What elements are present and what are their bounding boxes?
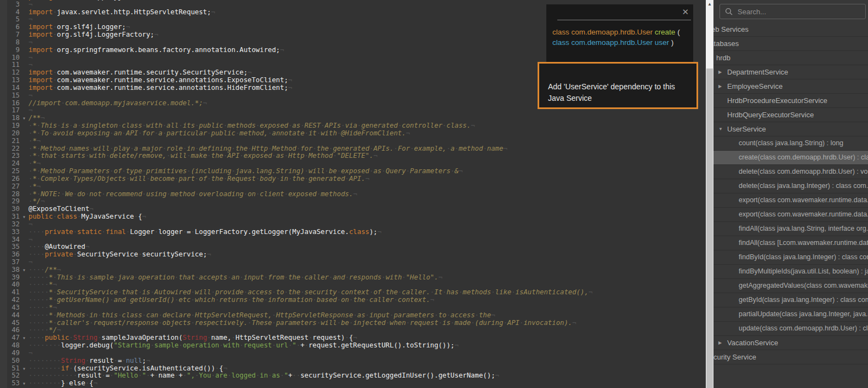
tree-item-getbyid[interactable]: getById(class java.lang.Integer) : class…: [713, 293, 868, 307]
scroll-up-icon[interactable]: ▲: [706, 1, 713, 8]
code-line[interactable]: 50········String·result·=·null;¬: [0, 357, 592, 365]
code-line[interactable]: 17¬: [0, 107, 592, 115]
fold-arrow-icon[interactable]: ▾: [20, 266, 28, 274]
code-line[interactable]: 37¬: [0, 259, 592, 266]
tree-item-label: getAggregatedValues(class com.wavemaker: [739, 282, 868, 289]
code-line[interactable]: 39·····*·This·is·sample·java·operation·t…: [0, 274, 592, 282]
code-line[interactable]: 26·*·Complex·Types/Objects·will·become·p…: [0, 175, 592, 183]
code-line[interactable]: 40·····*¬: [0, 281, 592, 289]
tree-item-delete[interactable]: delete(class java.lang.Integer) : class …: [713, 179, 868, 193]
code-line[interactable]: 35····@Autowired¬: [0, 243, 592, 251]
line-number: 39: [0, 274, 20, 282]
fold-arrow-icon[interactable]: ▾: [20, 380, 28, 387]
code-line[interactable]: 29·*/¬: [0, 198, 592, 206]
tree-item-getaggregatedvalues[interactable]: getAggregatedValues(class com.wavemaker: [713, 279, 868, 293]
fold-arrow-icon[interactable]: ▾: [20, 334, 28, 342]
code-line[interactable]: 31▾public·class·MyJavaService·{¬: [0, 213, 592, 221]
chevron-down-icon[interactable]: ▼: [718, 122, 723, 136]
code-line[interactable]: 8¬: [0, 39, 592, 47]
tree-item-create[interactable]: create(class com.demoapp.hrdb.User) : cl…: [713, 151, 868, 165]
code-line[interactable]: 23·*·that·starts·with·delete/remove,·wil…: [0, 152, 592, 160]
tree-item-update[interactable]: update(class com.demoapp.hrdb.User) : cl…: [713, 322, 868, 336]
search-box[interactable]: [719, 4, 866, 19]
code-line[interactable]: 4import·javax.servlet.http.HttpServletRe…: [0, 9, 592, 16]
code-line[interactable]: 14import·com.wavemaker.runtime.service.a…: [0, 84, 592, 92]
tree-item-web-services[interactable]: Web Services: [713, 22, 868, 37]
code-line[interactable]: 41·····*·SecurityService·that·is·Autowir…: [0, 289, 592, 296]
line-number: 12: [0, 69, 20, 77]
tree-item-findall[interactable]: findAll(class [Lcom.wavemaker.runtime.da…: [713, 236, 868, 250]
code-line[interactable]: 5¬: [0, 16, 592, 24]
editor-scrollbar[interactable]: ▲: [706, 0, 713, 388]
signature-line: class com.demoapp.hrdb.User create (: [552, 27, 680, 37]
tree-item-export[interactable]: export(class com.wavemaker.runtime.data.…: [713, 193, 868, 208]
code-line[interactable]: 30@ExposeToClient¬: [0, 206, 592, 213]
code-line[interactable]: 15¬: [0, 92, 592, 100]
code-line[interactable]: 43·····*¬: [0, 304, 592, 312]
fold-arrow-icon[interactable]: ▾: [20, 213, 28, 221]
code-line[interactable]: 53▾········}·else·{¬: [0, 380, 592, 387]
tree-item-findbyid[interactable]: findById(class java.lang.Integer) : clas…: [713, 250, 868, 265]
close-icon[interactable]: ✕: [682, 8, 689, 16]
chevron-right-icon[interactable]: ▶: [718, 79, 722, 93]
method-signature: class com.demoapp.hrdb.User create ( cla…: [552, 27, 680, 48]
code-line[interactable]: 52············result·=·"Hello·"·+·name·+…: [0, 372, 592, 380]
code-line[interactable]: 22·*·Method·names·will·play·a·major·role…: [0, 145, 592, 153]
tree-item-count[interactable]: count(class java.lang.String) : long: [713, 136, 868, 151]
code-line[interactable]: 12import·com.wavemaker.runtime.security.…: [0, 69, 592, 77]
line-number: 44: [0, 312, 20, 319]
tree-item-departmentservice[interactable]: ▶DepartmentService: [713, 65, 868, 79]
scrollbar-thumb[interactable]: [706, 69, 713, 388]
tree-item-userservice[interactable]: ▼UserService: [713, 122, 868, 136]
search-input[interactable]: [736, 7, 865, 16]
code-line[interactable]: 13import·com.wavemaker.runtime.service.a…: [0, 77, 592, 84]
tree-item-delete[interactable]: delete(class com.demoapp.hrdb.User) : vo…: [713, 165, 868, 179]
code-line[interactable]: 19·*·This·is·a·singleton·class·with·all·…: [0, 122, 592, 130]
code-line[interactable]: 38▾····/**¬: [0, 266, 592, 274]
code-line[interactable]: 33····private·static·final·Logger·logger…: [0, 229, 592, 236]
chevron-right-icon[interactable]: ▶: [718, 336, 722, 350]
tree-item-label: HrdbQueryExecutorService: [727, 111, 814, 119]
code-line[interactable]: 51▾········if·(securityService.isAuthent…: [0, 365, 592, 373]
code-line[interactable]: 28·*·NOTE:·We·do·not·recommend·using·met…: [0, 191, 592, 198]
fold-arrow-icon[interactable]: ▾: [20, 365, 28, 373]
tree-item-hrdb[interactable]: hrdb: [713, 51, 868, 65]
code-line[interactable]: 27·*¬: [0, 183, 592, 191]
line-number: 21: [0, 138, 20, 145]
tree-item-employeeservice[interactable]: ▶EmployeeService: [713, 79, 868, 94]
tree-item-vacationservice[interactable]: ▶VacationService: [713, 336, 868, 350]
code-line[interactable]: 9import·org.springframework.beans.factor…: [0, 47, 592, 54]
tree-item-export[interactable]: export(class com.wavemaker.runtime.data.…: [713, 208, 868, 222]
code-line[interactable]: 36····private·SecurityService·securitySe…: [0, 251, 592, 259]
code-line[interactable]: 44·····*·Methods·in·this·class·can·decla…: [0, 312, 592, 319]
tree-item-hrdbprocedureexecutorservice[interactable]: HrdbProcedureExecutorService: [713, 94, 868, 108]
line-number: 25: [0, 168, 20, 175]
code-line[interactable]: 25·*·Method·Parameters·of·type·primitive…: [0, 168, 592, 175]
code-line[interactable]: 45·····*·caller's·request/response·objec…: [0, 319, 592, 327]
code-line[interactable]: 16//import·com.demoapp.myjavaservice.mod…: [0, 100, 592, 107]
code-line[interactable]: 7import·org.slf4j.LoggerFactory;¬: [0, 31, 592, 39]
tree-item-databases[interactable]: Databases: [713, 37, 868, 51]
code-line[interactable]: 47▾····public·String·sampleJavaOperation…: [0, 334, 592, 342]
code-line[interactable]: 3¬: [0, 1, 592, 9]
code-line[interactable]: 10¬: [0, 54, 592, 62]
tree-item-findall[interactable]: findAll(class java.lang.String, interfac…: [713, 222, 868, 236]
code-line[interactable]: 11¬: [0, 61, 592, 69]
chevron-right-icon[interactable]: ▶: [718, 65, 722, 79]
code-line[interactable]: 24·*¬: [0, 160, 592, 168]
tree-item-partialupdate[interactable]: partialUpdate(class java.lang.Integer, j…: [713, 307, 868, 322]
tree-item-security-service[interactable]: Security Service: [713, 350, 868, 364]
code-line[interactable]: 42·····*·getUserName()·and·getUserId()·e…: [0, 296, 592, 304]
code-line[interactable]: 6import·org.slf4j.Logger;¬: [0, 24, 592, 31]
code-line[interactable]: 46·····*/¬: [0, 327, 592, 334]
code-line[interactable]: 48········logger.debug("Starting·sample·…: [0, 342, 592, 350]
fold-arrow-icon[interactable]: ▾: [20, 115, 28, 122]
code-line[interactable]: 21·*¬: [0, 138, 592, 145]
tree-item-hrdbqueryexecutorservice[interactable]: HrdbQueryExecutorService: [713, 108, 868, 122]
code-line[interactable]: 18▾/**¬: [0, 115, 592, 122]
code-line[interactable]: 20·*·To·avoid·exposing·an·API·for·a·part…: [0, 130, 592, 138]
tree-item-findbymultipleids[interactable]: findByMultipleIds(java.util.List, boolea…: [713, 265, 868, 279]
code-line[interactable]: 32¬: [0, 221, 592, 229]
code-line[interactable]: 49¬: [0, 350, 592, 357]
code-line[interactable]: 34¬: [0, 236, 592, 244]
